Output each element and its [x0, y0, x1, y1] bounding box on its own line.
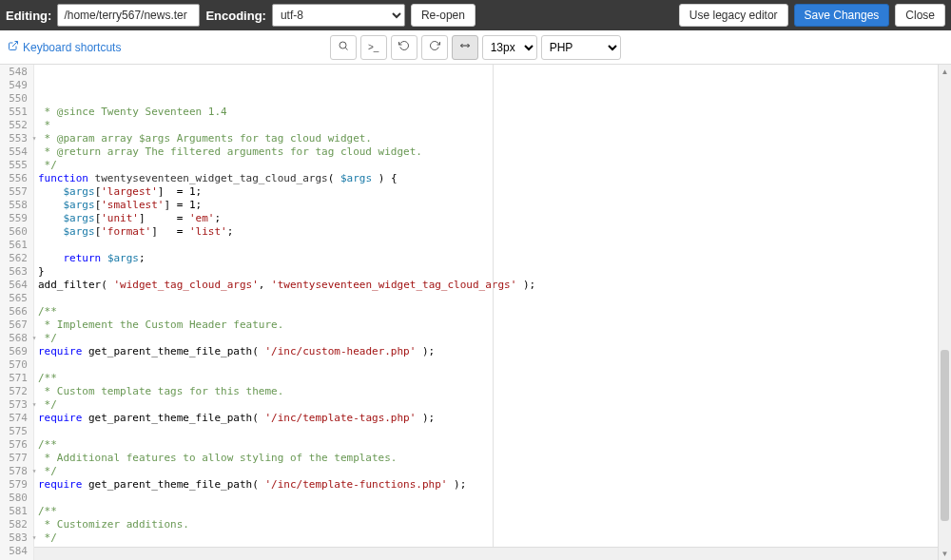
line-number: 583: [4, 531, 28, 545]
svg-point-1: [340, 42, 346, 48]
horizontal-scrollbar[interactable]: [34, 547, 938, 560]
scroll-up-arrow[interactable]: ▲: [939, 65, 951, 78]
line-number: 559: [4, 212, 28, 225]
code-line[interactable]: [38, 358, 951, 372]
code-line[interactable]: require get_parent_theme_file_path( '/in…: [38, 412, 951, 425]
undo-button[interactable]: [391, 35, 417, 60]
editor-area: 5485495505515525535545555565575585595605…: [0, 65, 951, 560]
line-number-gutter: 5485495505515525535545555565575585595605…: [0, 65, 34, 560]
line-number: 571: [4, 372, 28, 385]
code-line[interactable]: */: [38, 531, 951, 545]
code-line[interactable]: * @since Twenty Seventeen 1.4: [38, 106, 951, 119]
code-line[interactable]: */: [38, 465, 951, 478]
editor-toolbar: Keyboard shortcuts >_ 13px PHP: [0, 30, 951, 65]
code-line[interactable]: function twentyseventeen_widget_tag_clou…: [38, 172, 951, 185]
code-line[interactable]: [38, 239, 951, 252]
line-number: 566: [4, 305, 28, 319]
line-number: 549: [4, 79, 28, 92]
code-line[interactable]: require get_parent_theme_file_path( '/in…: [38, 478, 951, 492]
line-number: 564: [4, 279, 28, 292]
legacy-editor-button[interactable]: Use legacy editor: [679, 4, 788, 27]
code-line[interactable]: add_filter( 'widget_tag_cloud_args', 'tw…: [38, 279, 951, 292]
code-line[interactable]: [38, 425, 951, 438]
code-line[interactable]: * @return array The filtered arguments f…: [38, 145, 951, 159]
line-number: 573: [4, 398, 28, 412]
line-number: 548: [4, 66, 28, 79]
code-line[interactable]: * Implement the Custom Header feature.: [38, 319, 951, 332]
editing-label: Editing:: [6, 9, 51, 23]
line-number: 570: [4, 358, 28, 372]
code-line[interactable]: */: [38, 332, 951, 345]
line-number: 582: [4, 518, 28, 531]
code-line[interactable]: $args['unit'] = 'em';: [38, 212, 951, 225]
line-number: 557: [4, 185, 28, 199]
scroll-down-arrow[interactable]: ▼: [939, 547, 951, 560]
code-line[interactable]: /**: [38, 505, 951, 518]
code-line[interactable]: */: [38, 398, 951, 412]
font-size-select[interactable]: 13px: [482, 35, 537, 60]
code-line[interactable]: * Custom template tags for this theme.: [38, 385, 951, 398]
encoding-label: Encoding:: [205, 9, 266, 23]
search-icon: [338, 40, 349, 54]
wrap-icon: [459, 40, 471, 54]
line-number: 581: [4, 505, 28, 518]
code-line[interactable]: }: [38, 265, 951, 279]
line-number: 576: [4, 438, 28, 452]
center-guide-line: [493, 65, 494, 560]
line-number: 575: [4, 425, 28, 438]
code-line[interactable]: return $args;: [38, 252, 951, 265]
line-number: 579: [4, 478, 28, 492]
code-line[interactable]: $args['largest'] = 1;: [38, 185, 951, 199]
vertical-scroll-thumb[interactable]: [941, 350, 949, 521]
code-line[interactable]: /**: [38, 372, 951, 385]
save-changes-button[interactable]: Save Changes: [794, 4, 890, 27]
line-number: 577: [4, 452, 28, 465]
vertical-scrollbar[interactable]: ▲ ▼: [938, 65, 951, 560]
code-line[interactable]: require get_parent_theme_file_path( '/in…: [38, 345, 951, 358]
console-icon: >_: [368, 42, 378, 52]
line-number: 550: [4, 92, 28, 106]
line-number: 560: [4, 225, 28, 239]
code-line[interactable]: /**: [38, 305, 951, 319]
console-button[interactable]: >_: [360, 35, 387, 60]
code-line[interactable]: * @param array $args Arguments for tag c…: [38, 132, 951, 145]
line-number: 565: [4, 292, 28, 305]
line-number: 584: [4, 545, 28, 558]
line-number: 561: [4, 239, 28, 252]
code-line[interactable]: * Customizer additions.: [38, 518, 951, 531]
redo-button[interactable]: [421, 35, 448, 60]
keyboard-shortcuts-label: Keyboard shortcuts: [23, 41, 121, 54]
line-number: 578: [4, 465, 28, 478]
line-number: 568: [4, 332, 28, 345]
line-number: 574: [4, 412, 28, 425]
external-link-icon: [8, 40, 19, 54]
redo-icon: [429, 40, 440, 54]
line-number: 567: [4, 319, 28, 332]
svg-line-0: [12, 42, 18, 48]
code-line[interactable]: * Additional features to allow styling o…: [38, 452, 951, 465]
line-number: 551: [4, 106, 28, 119]
language-select[interactable]: PHP: [541, 35, 621, 60]
line-number: 553: [4, 132, 28, 145]
encoding-select[interactable]: utf-8: [272, 4, 405, 27]
keyboard-shortcuts-link[interactable]: Keyboard shortcuts: [8, 40, 121, 54]
line-number: 556: [4, 172, 28, 185]
code-line[interactable]: *: [38, 119, 951, 132]
code-content[interactable]: * @since Twenty Seventeen 1.4 * * @param…: [34, 65, 951, 560]
search-button[interactable]: [330, 35, 357, 60]
code-line[interactable]: [38, 492, 951, 505]
close-button[interactable]: Close: [895, 4, 945, 27]
svg-line-2: [345, 48, 347, 49]
line-number: 562: [4, 252, 28, 265]
code-line[interactable]: */: [38, 159, 951, 172]
code-line[interactable]: $args['smallest'] = 1;: [38, 199, 951, 212]
code-line[interactable]: /**: [38, 438, 951, 452]
line-number: 580: [4, 492, 28, 505]
file-path-input[interactable]: [57, 4, 200, 27]
reopen-button[interactable]: Re-open: [411, 4, 476, 27]
top-toolbar: Editing: Encoding: utf-8 Re-open Use leg…: [0, 0, 951, 30]
code-line[interactable]: [38, 292, 951, 305]
wrap-button[interactable]: [452, 35, 478, 60]
undo-icon: [398, 40, 410, 54]
code-line[interactable]: $args['format'] = 'list';: [38, 225, 951, 239]
